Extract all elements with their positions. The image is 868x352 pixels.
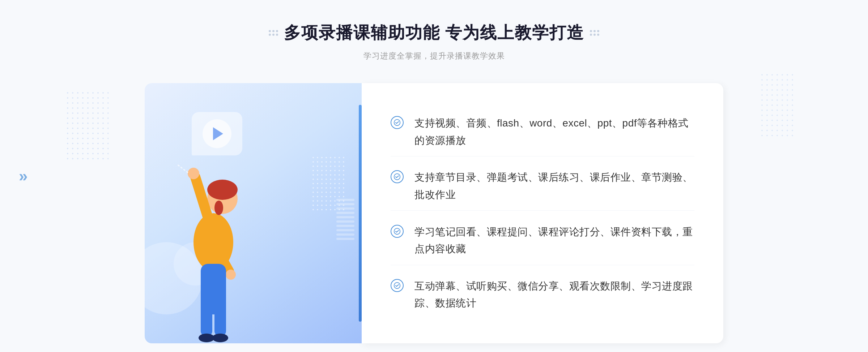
header-section: 多项录播课辅助功能 专为线上教学打造 学习进度全掌握，提升录播课教学效果 <box>269 22 600 61</box>
feature-text-4: 互动弹幕、试听购买、微信分享、观看次数限制、学习进度跟踪、数据统计 <box>414 278 694 312</box>
stripe-decoration <box>336 199 354 242</box>
svg-point-2 <box>207 180 238 200</box>
svg-point-12 <box>212 334 228 342</box>
check-svg-3 <box>393 228 401 235</box>
feature-item-3: 学习笔记回看、课程提问、课程评论打分、课件资料下载，重点内容收藏 <box>391 216 694 265</box>
illustration-panel <box>145 83 362 343</box>
header-dots-left <box>269 30 278 36</box>
bg-dots-left <box>65 90 109 163</box>
header-title-row: 多项录播课辅助功能 专为线上教学打造 <box>269 22 600 44</box>
check-icon-1 <box>391 116 404 129</box>
check-svg-2 <box>393 173 401 180</box>
check-svg-4 <box>393 282 401 289</box>
features-panel: 支持视频、音频、flash、word、excel、ppt、pdf等各种格式的资源… <box>362 83 723 343</box>
feature-item-4: 互动弹幕、试听购买、微信分享、观看次数限制、学习进度跟踪、数据统计 <box>391 270 694 319</box>
feature-text-1: 支持视频、音频、flash、word、excel、ppt、pdf等各种格式的资源… <box>414 115 694 149</box>
feature-text-3: 学习笔记回看、课程提问、课程评论打分、课件资料下载，重点内容收藏 <box>414 223 694 258</box>
check-icon-4 <box>391 279 404 292</box>
page-subtitle: 学习进度全掌握，提升录播课教学效果 <box>269 51 600 61</box>
play-icon <box>213 127 223 140</box>
svg-rect-9 <box>201 300 212 336</box>
svg-point-5 <box>188 168 199 179</box>
check-svg-1 <box>393 119 401 126</box>
feature-item-2: 支持章节目录、弹题考试、课后练习、课后作业、章节测验、批改作业 <box>391 162 694 211</box>
blue-bar-decoration <box>359 105 362 322</box>
bg-dots-right <box>760 72 796 137</box>
chevron-left-decoration: » <box>19 167 27 185</box>
svg-rect-10 <box>214 300 226 336</box>
check-icon-3 <box>391 225 404 238</box>
page-container: 多项录播课辅助功能 专为线上教学打造 学习进度全掌握，提升录播课教学效果 <box>0 0 868 352</box>
main-content: 支持视频、音频、flash、word、excel、ppt、pdf等各种格式的资源… <box>145 83 723 343</box>
feature-text-2: 支持章节目录、弹题考试、课后练习、课后作业、章节测验、批改作业 <box>414 169 694 203</box>
dot-grid-left <box>269 30 278 36</box>
svg-point-11 <box>199 334 214 342</box>
header-dots-right <box>590 30 599 36</box>
check-icon-2 <box>391 170 404 183</box>
dot-grid-right <box>590 30 599 36</box>
feature-item-1: 支持视频、音频、flash、word、excel、ppt、pdf等各种格式的资源… <box>391 107 694 156</box>
person-illustration <box>166 141 260 343</box>
svg-point-7 <box>226 270 236 280</box>
svg-line-13 <box>177 164 188 173</box>
page-title: 多项录播课辅助功能 专为线上教学打造 <box>284 22 584 44</box>
svg-point-3 <box>214 201 223 215</box>
